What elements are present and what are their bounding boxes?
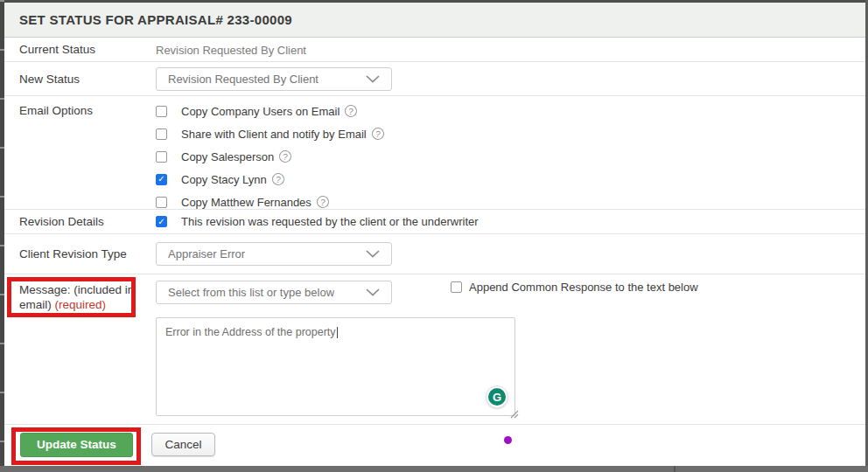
- purple-dot-marker: [504, 436, 512, 444]
- option-copy-matthew-fernandes: Copy Matthew Fernandes ?: [156, 191, 865, 213]
- background-page-bottom-strip: [0, 466, 868, 472]
- revision-details-checkbox[interactable]: ✓: [156, 216, 167, 227]
- grammarly-icon[interactable]: G: [486, 385, 508, 408]
- option-copy-salesperson: Copy Salesperson ?: [156, 145, 865, 168]
- row-email-options: Email Options Copy Company Users on Emai…: [4, 96, 865, 210]
- copy-matthew-fernandes-checkbox[interactable]: [156, 197, 167, 208]
- copy-company-users-checkbox[interactable]: [156, 106, 167, 117]
- client-revision-type-selected: Appraiser Error: [168, 247, 245, 260]
- cancel-button[interactable]: Cancel: [151, 433, 215, 456]
- screen: SET STATUS FOR APPRAISAL# 233-00009 Curr…: [0, 0, 868, 472]
- message-textarea[interactable]: Error in the Address of the property: [156, 317, 515, 416]
- copy-stacy-lynn-checkbox[interactable]: ✓: [156, 174, 167, 185]
- append-common-response-label: Append Common Response to the text below: [469, 281, 698, 294]
- dialog-title: SET STATUS FOR APPRAISAL# 233-00009: [19, 12, 292, 27]
- chevron-down-icon: [366, 75, 380, 83]
- help-icon[interactable]: ?: [278, 149, 292, 163]
- copy-matthew-fernandes-label: Copy Matthew Fernandes: [181, 196, 312, 209]
- set-status-dialog: SET STATUS FOR APPRAISAL# 233-00009 Curr…: [4, 3, 865, 466]
- new-status-dropdown[interactable]: Revision Requested By Client: [156, 67, 392, 91]
- chevron-down-icon: [366, 288, 380, 296]
- client-revision-type-label: Client Revision Type: [4, 247, 156, 260]
- message-text: Error in the Address of the property: [165, 326, 336, 338]
- new-status-label: New Status: [4, 73, 156, 86]
- resize-handle-icon[interactable]: [509, 409, 519, 419]
- bottom-strip-divider: [674, 466, 676, 472]
- check-icon: ✓: [158, 175, 164, 184]
- client-revision-type-dropdown[interactable]: Appraiser Error: [156, 242, 392, 266]
- email-options-label: Email Options: [4, 96, 156, 209]
- option-copy-company-users: Copy Company Users on Email ?: [156, 100, 865, 122]
- grammarly-g: G: [488, 388, 506, 406]
- message-template-dropdown[interactable]: Select from this list or type below: [156, 281, 392, 304]
- option-copy-stacy-lynn: ✓ Copy Stacy Lynn ?: [156, 168, 865, 191]
- update-status-button[interactable]: Update Status: [20, 433, 133, 457]
- help-icon[interactable]: ?: [371, 127, 385, 141]
- current-status-label: Current Status: [4, 43, 156, 56]
- row-client-revision-type: Client Revision Type Appraiser Error: [4, 234, 865, 274]
- current-status-value: Revision Requested By Client: [156, 44, 306, 57]
- append-common-response-option: Append Common Response to the text below: [451, 281, 698, 294]
- revision-details-label: Revision Details: [4, 215, 156, 228]
- page-top-edge: [0, 0, 868, 3]
- copy-stacy-lynn-label: Copy Stacy Lynn: [181, 173, 267, 186]
- row-new-status: New Status Revision Requested By Client: [4, 62, 865, 96]
- message-label: Message: (included in email) (required): [4, 274, 156, 424]
- help-icon[interactable]: ?: [271, 172, 285, 186]
- row-current-status: Current Status Revision Requested By Cli…: [4, 38, 865, 62]
- revision-details-checkbox-label: This revision was requested by the clien…: [181, 215, 479, 228]
- option-share-with-client: Share with Client and notify by Email ?: [156, 122, 865, 145]
- copy-salesperson-label: Copy Salesperson: [181, 150, 274, 163]
- dialog-header: SET STATUS FOR APPRAISAL# 233-00009: [4, 3, 865, 38]
- background-page-sliver-left: [0, 0, 4, 472]
- message-template-placeholder: Select from this list or type below: [168, 286, 334, 299]
- row-message: Message: (included in email) (required) …: [4, 274, 865, 425]
- share-with-client-checkbox[interactable]: [156, 128, 167, 140]
- new-status-selected: Revision Requested By Client: [168, 73, 318, 86]
- help-icon[interactable]: ?: [344, 104, 358, 118]
- share-with-client-label: Share with Client and notify by Email: [181, 128, 367, 141]
- copy-salesperson-checkbox[interactable]: [156, 151, 167, 163]
- help-icon[interactable]: ?: [316, 195, 330, 209]
- text-cursor: [337, 327, 338, 338]
- chevron-down-icon: [366, 250, 380, 258]
- dialog-footer: Update Status Cancel: [4, 425, 865, 464]
- row-revision-details: Revision Details ✓ This revision was req…: [4, 210, 865, 234]
- append-common-response-checkbox[interactable]: [451, 281, 462, 293]
- message-required-note: (required): [55, 298, 107, 311]
- check-icon: ✓: [158, 218, 164, 226]
- copy-company-users-label: Copy Company Users on Email: [181, 105, 340, 118]
